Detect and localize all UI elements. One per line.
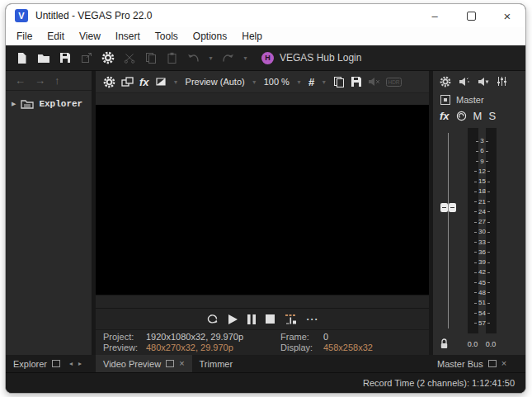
master-bus-panel: Master fx M S 36912151821242730333639424… (433, 71, 525, 355)
hdr-badge-icon: HDR (386, 78, 402, 87)
nav-back-button[interactable]: ← (15, 75, 26, 86)
preview-zoom-select[interactable]: 100 % (264, 77, 290, 87)
go-to-cursor-button[interactable] (285, 314, 297, 324)
external-monitor-button[interactable] (121, 74, 134, 89)
tab-master-bus[interactable]: Master Bus × (430, 355, 514, 372)
transport-more-button[interactable]: ··· (307, 314, 319, 325)
main-toolbar: ▾ ▾ H VEGAS Hub Login (6, 45, 525, 70)
explorer-tree-root[interactable]: ▶ Explorer (6, 91, 92, 109)
mute-preview-audio-button[interactable] (368, 74, 380, 89)
pause-button[interactable] (247, 314, 256, 324)
grid-icon: # (308, 76, 314, 88)
hdr-preview-button[interactable]: HDR (386, 74, 402, 89)
new-project-button[interactable] (14, 50, 30, 66)
video-preview-display[interactable] (96, 105, 429, 295)
meter-scale-tick-12: 12 (474, 168, 490, 175)
phase-invert-button[interactable] (456, 111, 467, 121)
save-button[interactable] (57, 50, 73, 66)
save-snapshot-button[interactable] (351, 74, 362, 89)
tab-explorer[interactable]: Explorer (6, 355, 68, 372)
mixer-sliders-icon (497, 76, 507, 87)
tab-video-preview[interactable]: Video Preview × (96, 355, 192, 372)
undo-dropdown-caret[interactable]: ▾ (207, 54, 214, 62)
menu-item-view[interactable]: View (72, 27, 108, 45)
menu-item-insert[interactable]: Insert (108, 27, 148, 45)
preview-zoom-caret[interactable]: ▾ (295, 78, 303, 86)
loop-playback-button[interactable] (206, 314, 219, 324)
menu-item-help[interactable]: Help (234, 27, 270, 45)
tab-video-preview-label: Video Preview (103, 359, 161, 369)
vegas-hub-login[interactable]: H VEGAS Hub Login (261, 52, 361, 64)
float-window-icon[interactable] (488, 360, 497, 367)
master-fx-button[interactable]: fx (440, 111, 450, 121)
master-properties-button[interactable] (440, 76, 451, 87)
menu-item-options[interactable]: Options (186, 27, 234, 45)
meter-scale: 36912151821242730333639424548515457 (466, 138, 498, 327)
dim-output-button[interactable] (459, 77, 470, 87)
split-screen-caret[interactable]: ▾ (172, 78, 180, 86)
preview-quality-select[interactable]: Preview (Auto) (186, 77, 245, 87)
copy-button[interactable] (143, 50, 158, 66)
preview-label: Preview: (103, 343, 146, 352)
paste-button[interactable] (164, 50, 180, 66)
undo-button[interactable] (186, 50, 201, 66)
fader-handle-left[interactable] (440, 203, 448, 212)
speaker-dim-icon (459, 77, 470, 87)
bus-routing-icon[interactable] (440, 95, 450, 105)
menu-item-file[interactable]: File (9, 27, 40, 45)
display-value: 458x258x32 (323, 343, 429, 352)
fader-track[interactable] (448, 133, 449, 328)
pause-icon (247, 314, 256, 324)
frame-label: Frame: (280, 332, 323, 342)
float-window-icon[interactable] (52, 360, 60, 367)
close-button[interactable]: × (489, 4, 525, 27)
cut-button[interactable] (121, 50, 137, 66)
bus-name: Master (456, 95, 484, 105)
downmix-output-button[interactable] (478, 77, 489, 87)
fader-handles[interactable] (440, 203, 456, 212)
tab-trimmer[interactable]: Trimmer (192, 355, 241, 372)
split-screen-view-button[interactable] (155, 74, 167, 89)
preview-value: 480x270x32, 29.970p (146, 343, 280, 352)
video-output-fx-button[interactable]: fx (139, 74, 149, 89)
nav-up-button[interactable]: ↑ (54, 75, 60, 86)
redo-dropdown-caret[interactable]: ▾ (242, 54, 249, 62)
tree-expand-caret-icon[interactable]: ▶ (12, 101, 16, 107)
grid-overlay-button[interactable]: # (308, 74, 314, 89)
stop-button[interactable] (266, 314, 275, 324)
minimize-button[interactable]: – (417, 4, 453, 27)
preview-info-grid: Project: 1920x1080x32, 29.970p Frame: 0 … (103, 332, 429, 352)
copy-snapshot-button[interactable] (333, 74, 345, 89)
menu-item-edit[interactable]: Edit (40, 27, 72, 45)
preview-properties-button[interactable] (103, 74, 115, 89)
nav-forward-button[interactable]: → (35, 75, 45, 86)
tree-root-label: Explorer (39, 99, 82, 109)
project-properties-button[interactable] (100, 50, 115, 66)
meter-scale-tick-21: 21 (474, 199, 490, 206)
project-value: 1920x1080x32, 29.970p (146, 332, 280, 342)
play-icon (228, 314, 238, 324)
mixer-button[interactable] (497, 76, 507, 87)
share-button[interactable] (78, 50, 94, 66)
preview-quality-caret[interactable]: ▾ (251, 78, 258, 86)
play-button[interactable] (228, 314, 238, 324)
tab-scroll-left-button[interactable]: ◂ (69, 360, 73, 367)
master-solo-button[interactable]: S (488, 110, 496, 122)
tab-scroll-right-button[interactable]: ▸ (78, 360, 82, 367)
gear-icon (440, 76, 451, 87)
grid-overlay-caret[interactable]: ▾ (320, 78, 327, 86)
new-document-icon (16, 52, 27, 64)
fader-handle-right[interactable] (449, 203, 456, 212)
close-tab-icon[interactable]: × (501, 359, 506, 368)
maximize-button[interactable] (453, 4, 489, 27)
meter-scale-tick-3: 3 (476, 138, 487, 144)
status-bar: Record Time (2 channels): 1:12:41:50 (6, 372, 525, 393)
open-button[interactable] (35, 50, 51, 66)
close-tab-icon[interactable]: × (179, 359, 184, 368)
master-mute-button[interactable]: M (473, 110, 483, 122)
tab-scroll-arrows: ◂ ▸ (69, 355, 82, 372)
float-window-icon[interactable] (166, 360, 174, 367)
lock-fader-button[interactable] (440, 338, 449, 349)
menu-item-tools[interactable]: Tools (148, 27, 186, 45)
redo-button[interactable] (220, 50, 236, 66)
